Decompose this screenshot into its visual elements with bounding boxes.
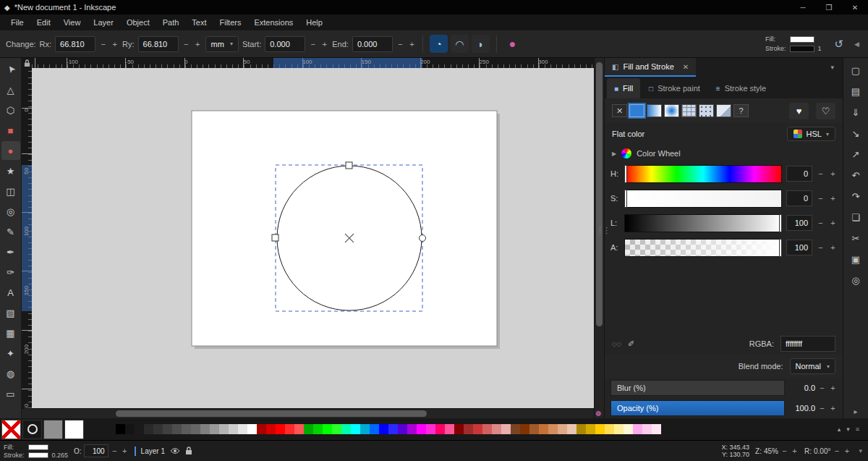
opacity-increment[interactable]: + bbox=[829, 404, 837, 413]
palette-swatch-11[interactable] bbox=[219, 424, 229, 434]
palette-swatch-27[interactable] bbox=[370, 424, 379, 434]
palette-swatch-37[interactable] bbox=[464, 424, 473, 434]
shape-builder-tool[interactable]: ⬡ bbox=[1, 101, 20, 119]
palette-swatch-20[interactable] bbox=[304, 424, 313, 434]
dock-resize-handle[interactable]: ⋮⋮ bbox=[596, 226, 609, 235]
no-color-swatch[interactable] bbox=[1, 420, 21, 439]
palette-scroll-up-icon[interactable]: ▴ bbox=[838, 426, 841, 433]
pencil-tool[interactable]: ✎ bbox=[1, 222, 20, 241]
dock-menu-icon[interactable]: ▾ bbox=[830, 64, 843, 71]
palette-swatch-13[interactable] bbox=[238, 424, 247, 434]
palette-swatch-51[interactable] bbox=[595, 424, 605, 434]
status-fill-swatch[interactable] bbox=[28, 444, 48, 450]
palette-swatch-48[interactable] bbox=[567, 424, 576, 434]
eraser-tool[interactable]: ▭ bbox=[1, 384, 20, 403]
slider-thumb[interactable] bbox=[779, 239, 782, 257]
palette-swatch-32[interactable] bbox=[417, 424, 426, 434]
palette-swatch-26[interactable] bbox=[360, 424, 370, 434]
palette-swatch-15[interactable] bbox=[257, 424, 266, 434]
fill-rule-nonzero-button[interactable]: ♡ bbox=[816, 103, 835, 119]
palette-swatch-46[interactable] bbox=[548, 424, 558, 434]
menu-item-path[interactable]: Path bbox=[156, 16, 186, 29]
object-opacity-input[interactable]: 100 bbox=[84, 444, 109, 457]
menu-item-view[interactable]: View bbox=[57, 16, 88, 29]
rectangle-tool[interactable]: ■ bbox=[1, 121, 20, 140]
slider-thumb[interactable] bbox=[624, 165, 627, 183]
mesh-tool[interactable]: ▦ bbox=[1, 323, 20, 342]
color-wheel-expander[interactable]: ▶ Color Wheel bbox=[605, 145, 843, 162]
tab-fill[interactable]: ■ Fill bbox=[607, 78, 640, 98]
horizontal-ruler[interactable]: -100-50050100150200250300 bbox=[32, 58, 594, 68]
alpha-slider[interactable] bbox=[624, 239, 782, 257]
paint-unknown-button[interactable]: ? bbox=[733, 104, 749, 117]
palette-swatch-42[interactable] bbox=[511, 424, 520, 434]
palette-swatch-24[interactable] bbox=[341, 424, 351, 434]
toolbar-stroke-swatch[interactable] bbox=[790, 46, 814, 52]
vertical-scrollbar[interactable]: ❁ bbox=[594, 58, 604, 418]
gradient-tool[interactable]: ▧ bbox=[1, 303, 20, 322]
export-icon[interactable]: ↗ bbox=[847, 146, 864, 162]
text-tool[interactable]: A bbox=[1, 283, 20, 302]
open-document-icon[interactable]: ▤ bbox=[847, 83, 864, 99]
layer-lock-icon[interactable] bbox=[185, 447, 192, 455]
hue-slider-value[interactable]: 0 bbox=[786, 166, 812, 182]
canvas-drawing[interactable] bbox=[32, 68, 594, 408]
palette-swatch-53[interactable] bbox=[614, 424, 624, 434]
paste-icon[interactable]: ▣ bbox=[847, 251, 864, 267]
slider-thumb[interactable] bbox=[779, 214, 782, 232]
palette-swatch-45[interactable] bbox=[539, 424, 548, 434]
statusbar-expand-icon[interactable]: ▾ bbox=[856, 447, 864, 454]
palette-swatch-34[interactable] bbox=[435, 424, 445, 434]
palette-swatch-25[interactable] bbox=[351, 424, 360, 434]
palette-swatch-14[interactable] bbox=[247, 424, 257, 434]
paint-flat-color-button[interactable] bbox=[629, 104, 644, 117]
menu-item-extensions[interactable]: Extensions bbox=[247, 16, 299, 29]
palette-scroll-down-icon[interactable]: ▾ bbox=[846, 426, 850, 433]
hue-slider-increment[interactable]: + bbox=[829, 169, 837, 178]
paint-radial-gradient-button[interactable] bbox=[664, 104, 679, 117]
end-decrement[interactable]: − bbox=[396, 40, 404, 48]
ellipse-tool[interactable]: ● bbox=[1, 141, 20, 160]
menu-item-text[interactable]: Text bbox=[185, 16, 213, 29]
arc-button[interactable]: ◠ bbox=[451, 35, 469, 53]
top-handle[interactable] bbox=[346, 162, 352, 169]
selector-tool[interactable]: ➤ bbox=[0, 56, 24, 83]
rx-input[interactable]: 66.810 bbox=[55, 36, 95, 52]
palette-swatch-35[interactable] bbox=[445, 424, 454, 434]
palette-swatch-9[interactable] bbox=[200, 424, 210, 434]
palette-swatch-47[interactable] bbox=[558, 424, 567, 434]
right-handle[interactable] bbox=[420, 235, 426, 242]
lightness-slider-value[interactable]: 100 bbox=[786, 215, 812, 231]
dropper-icon[interactable]: ✐ bbox=[628, 339, 634, 349]
rgba-input[interactable]: ffffffff bbox=[780, 336, 835, 352]
lightness-slider-decrement[interactable]: − bbox=[817, 219, 825, 227]
palette-swatch-7[interactable] bbox=[182, 424, 191, 434]
slice-button[interactable]: ◔ bbox=[430, 35, 448, 53]
menu-item-help[interactable]: Help bbox=[299, 16, 329, 29]
node-tool[interactable]: △ bbox=[1, 80, 20, 99]
palette-swatch-10[interactable] bbox=[210, 424, 219, 434]
dropper-tool[interactable]: ✦ bbox=[1, 344, 20, 363]
opacity-slider[interactable]: Opacity (%) bbox=[610, 400, 785, 416]
palette-swatch-40[interactable] bbox=[492, 424, 501, 434]
chord-button[interactable]: ◗ bbox=[472, 35, 490, 53]
close-dialog-icon[interactable]: ✕ bbox=[683, 63, 689, 71]
palette-swatch-41[interactable] bbox=[501, 424, 511, 434]
color-mode-dropdown[interactable]: HSL ▾ bbox=[787, 127, 835, 141]
object-opacity-decrement[interactable]: − bbox=[111, 447, 119, 455]
tab-stroke-paint[interactable]: □ Stroke paint bbox=[642, 78, 707, 98]
start-input[interactable]: 0.000 bbox=[265, 36, 305, 52]
palette-swatch-6[interactable] bbox=[172, 424, 182, 434]
palette-swatch-1[interactable] bbox=[125, 424, 135, 434]
paint-bucket-tool[interactable]: ◍ bbox=[1, 364, 20, 383]
stroke-ring-swatch[interactable] bbox=[22, 420, 42, 439]
horizontal-scrollbar[interactable] bbox=[22, 408, 594, 418]
palette-swatch-0[interactable] bbox=[116, 424, 125, 434]
menu-item-edit[interactable]: Edit bbox=[30, 16, 57, 29]
commands-expand-icon[interactable]: ▸ bbox=[854, 407, 857, 415]
refresh-icon[interactable]: ↺ bbox=[830, 38, 848, 51]
save-document-icon[interactable]: ⇓ bbox=[847, 104, 864, 120]
calligraphy-tool[interactable]: ✑ bbox=[1, 263, 20, 282]
palette-swatch-50[interactable] bbox=[586, 424, 595, 434]
status-stroke-swatch[interactable] bbox=[28, 452, 48, 458]
